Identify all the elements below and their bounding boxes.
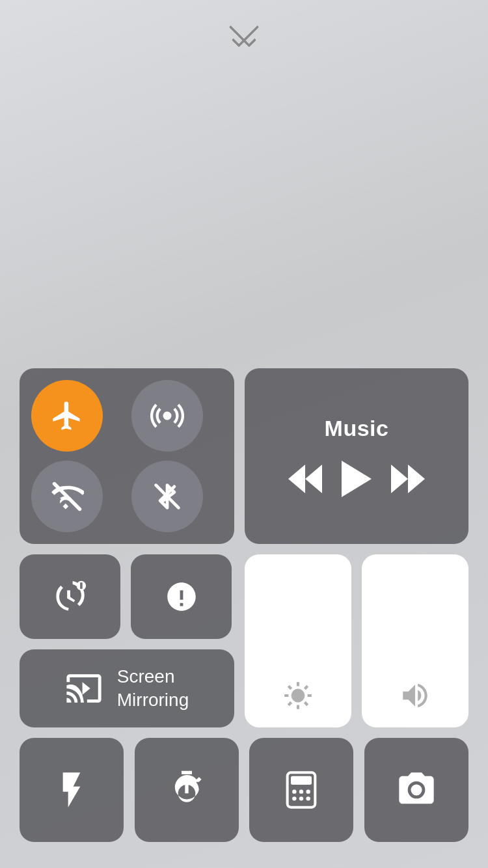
svg-rect-12 [291,776,312,785]
brightness-icon [282,679,314,712]
music-title: Music [325,416,389,441]
svg-marker-6 [391,465,408,493]
flashlight-button[interactable] [20,738,124,842]
music-controls [288,461,425,497]
screen-mirroring-button[interactable]: ScreenMirroring [20,649,234,727]
svg-point-15 [306,789,310,793]
airplane-mode-button[interactable] [31,380,103,452]
svg-point-0 [163,412,172,420]
play-button[interactable] [342,461,372,497]
volume-slider[interactable] [362,554,468,727]
svg-point-13 [292,789,296,793]
bottom-row [20,738,468,842]
toggle-row [20,554,234,639]
svg-marker-3 [305,465,322,493]
volume-icon [399,679,431,712]
svg-point-18 [306,796,310,800]
fast-forward-button[interactable] [391,465,425,493]
timer-button[interactable] [135,738,239,842]
cellular-button[interactable] [131,380,203,452]
music-block[interactable]: Music [245,368,468,544]
row-1: Music [20,368,468,544]
svg-marker-7 [408,465,425,493]
camera-button[interactable] [364,738,468,842]
dismiss-chevron[interactable] [228,31,260,44]
do-not-disturb-button[interactable] [131,554,232,639]
brightness-slider[interactable] [245,554,351,727]
svg-point-16 [292,796,296,800]
svg-marker-4 [288,465,305,493]
control-center: Music [0,355,488,868]
svg-point-17 [299,796,303,800]
connectivity-block [20,368,234,544]
svg-marker-5 [342,461,372,497]
svg-point-14 [299,789,303,793]
rotation-lock-button[interactable] [20,554,120,639]
wifi-button[interactable] [31,461,103,532]
svg-marker-10 [82,682,90,694]
bluetooth-button[interactable] [131,461,203,532]
calculator-button[interactable] [249,738,353,842]
rewind-button[interactable] [288,465,322,493]
row-2: ScreenMirroring [20,554,468,727]
screen-mirroring-label: ScreenMirroring [117,665,189,712]
